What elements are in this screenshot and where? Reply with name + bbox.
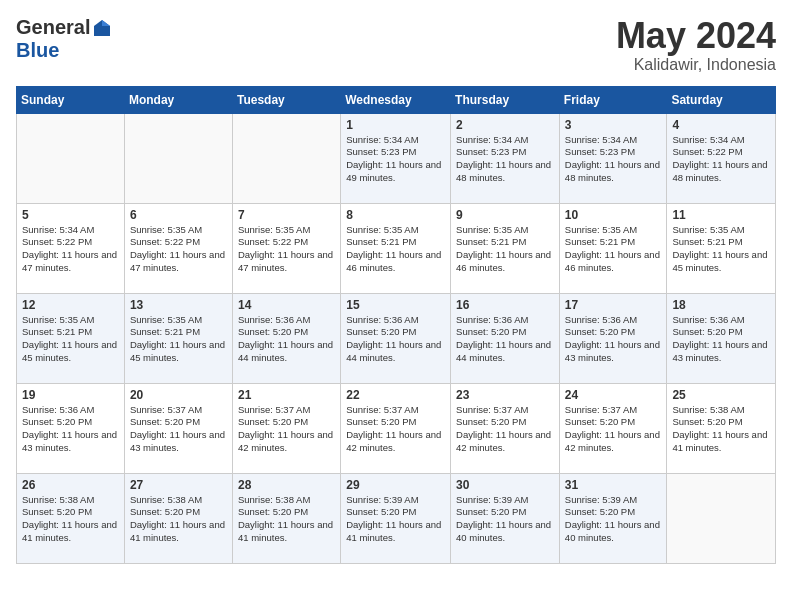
day-cell: 16Sunrise: 5:36 AM Sunset: 5:20 PM Dayli… <box>451 293 560 383</box>
day-number: 28 <box>238 478 335 492</box>
day-cell: 2Sunrise: 5:34 AM Sunset: 5:23 PM Daylig… <box>451 113 560 203</box>
day-cell: 25Sunrise: 5:38 AM Sunset: 5:20 PM Dayli… <box>667 383 776 473</box>
day-info: Sunrise: 5:34 AM Sunset: 5:22 PM Dayligh… <box>22 224 119 275</box>
day-info: Sunrise: 5:38 AM Sunset: 5:20 PM Dayligh… <box>130 494 227 545</box>
day-number: 16 <box>456 298 554 312</box>
day-info: Sunrise: 5:34 AM Sunset: 5:23 PM Dayligh… <box>565 134 662 185</box>
day-cell: 23Sunrise: 5:37 AM Sunset: 5:20 PM Dayli… <box>451 383 560 473</box>
header-wednesday: Wednesday <box>341 86 451 113</box>
day-info: Sunrise: 5:38 AM Sunset: 5:20 PM Dayligh… <box>672 404 770 455</box>
day-cell: 26Sunrise: 5:38 AM Sunset: 5:20 PM Dayli… <box>17 473 125 563</box>
day-number: 17 <box>565 298 662 312</box>
header-sunday: Sunday <box>17 86 125 113</box>
page-header: General Blue May 2024 Kalidawir, Indones… <box>16 16 776 74</box>
day-number: 11 <box>672 208 770 222</box>
day-info: Sunrise: 5:36 AM Sunset: 5:20 PM Dayligh… <box>346 314 445 365</box>
day-cell: 13Sunrise: 5:35 AM Sunset: 5:21 PM Dayli… <box>124 293 232 383</box>
day-number: 29 <box>346 478 445 492</box>
day-cell: 28Sunrise: 5:38 AM Sunset: 5:20 PM Dayli… <box>232 473 340 563</box>
day-cell: 21Sunrise: 5:37 AM Sunset: 5:20 PM Dayli… <box>232 383 340 473</box>
day-info: Sunrise: 5:37 AM Sunset: 5:20 PM Dayligh… <box>238 404 335 455</box>
day-number: 9 <box>456 208 554 222</box>
day-number: 1 <box>346 118 445 132</box>
day-cell <box>232 113 340 203</box>
logo-blue-text: Blue <box>16 39 59 62</box>
day-number: 13 <box>130 298 227 312</box>
week-row-3: 12Sunrise: 5:35 AM Sunset: 5:21 PM Dayli… <box>17 293 776 383</box>
day-number: 7 <box>238 208 335 222</box>
day-cell: 19Sunrise: 5:36 AM Sunset: 5:20 PM Dayli… <box>17 383 125 473</box>
day-info: Sunrise: 5:35 AM Sunset: 5:22 PM Dayligh… <box>130 224 227 275</box>
day-cell: 31Sunrise: 5:39 AM Sunset: 5:20 PM Dayli… <box>559 473 667 563</box>
week-row-1: 1Sunrise: 5:34 AM Sunset: 5:23 PM Daylig… <box>17 113 776 203</box>
day-info: Sunrise: 5:37 AM Sunset: 5:20 PM Dayligh… <box>130 404 227 455</box>
header-friday: Friday <box>559 86 667 113</box>
title-block: May 2024 Kalidawir, Indonesia <box>616 16 776 74</box>
day-cell: 3Sunrise: 5:34 AM Sunset: 5:23 PM Daylig… <box>559 113 667 203</box>
day-info: Sunrise: 5:36 AM Sunset: 5:20 PM Dayligh… <box>672 314 770 365</box>
header-row: Sunday Monday Tuesday Wednesday Thursday… <box>17 86 776 113</box>
day-info: Sunrise: 5:37 AM Sunset: 5:20 PM Dayligh… <box>346 404 445 455</box>
week-row-4: 19Sunrise: 5:36 AM Sunset: 5:20 PM Dayli… <box>17 383 776 473</box>
day-info: Sunrise: 5:39 AM Sunset: 5:20 PM Dayligh… <box>346 494 445 545</box>
day-number: 12 <box>22 298 119 312</box>
day-number: 26 <box>22 478 119 492</box>
week-row-2: 5Sunrise: 5:34 AM Sunset: 5:22 PM Daylig… <box>17 203 776 293</box>
day-cell: 15Sunrise: 5:36 AM Sunset: 5:20 PM Dayli… <box>341 293 451 383</box>
location-subtitle: Kalidawir, Indonesia <box>616 56 776 74</box>
day-cell: 20Sunrise: 5:37 AM Sunset: 5:20 PM Dayli… <box>124 383 232 473</box>
calendar-table: Sunday Monday Tuesday Wednesday Thursday… <box>16 86 776 564</box>
day-cell: 7Sunrise: 5:35 AM Sunset: 5:22 PM Daylig… <box>232 203 340 293</box>
day-cell <box>17 113 125 203</box>
day-number: 19 <box>22 388 119 402</box>
day-number: 25 <box>672 388 770 402</box>
day-cell: 22Sunrise: 5:37 AM Sunset: 5:20 PM Dayli… <box>341 383 451 473</box>
day-cell: 18Sunrise: 5:36 AM Sunset: 5:20 PM Dayli… <box>667 293 776 383</box>
day-number: 21 <box>238 388 335 402</box>
day-info: Sunrise: 5:36 AM Sunset: 5:20 PM Dayligh… <box>565 314 662 365</box>
day-cell: 1Sunrise: 5:34 AM Sunset: 5:23 PM Daylig… <box>341 113 451 203</box>
day-cell: 9Sunrise: 5:35 AM Sunset: 5:21 PM Daylig… <box>451 203 560 293</box>
day-cell: 11Sunrise: 5:35 AM Sunset: 5:21 PM Dayli… <box>667 203 776 293</box>
logo-general-text: General <box>16 16 90 39</box>
day-number: 18 <box>672 298 770 312</box>
day-info: Sunrise: 5:34 AM Sunset: 5:23 PM Dayligh… <box>346 134 445 185</box>
day-cell: 27Sunrise: 5:38 AM Sunset: 5:20 PM Dayli… <box>124 473 232 563</box>
day-info: Sunrise: 5:37 AM Sunset: 5:20 PM Dayligh… <box>565 404 662 455</box>
day-cell: 17Sunrise: 5:36 AM Sunset: 5:20 PM Dayli… <box>559 293 667 383</box>
day-number: 20 <box>130 388 227 402</box>
day-number: 23 <box>456 388 554 402</box>
day-info: Sunrise: 5:34 AM Sunset: 5:22 PM Dayligh… <box>672 134 770 185</box>
logo: General Blue <box>16 16 112 62</box>
day-number: 2 <box>456 118 554 132</box>
day-cell: 12Sunrise: 5:35 AM Sunset: 5:21 PM Dayli… <box>17 293 125 383</box>
header-tuesday: Tuesday <box>232 86 340 113</box>
day-info: Sunrise: 5:38 AM Sunset: 5:20 PM Dayligh… <box>238 494 335 545</box>
week-row-5: 26Sunrise: 5:38 AM Sunset: 5:20 PM Dayli… <box>17 473 776 563</box>
day-info: Sunrise: 5:35 AM Sunset: 5:21 PM Dayligh… <box>456 224 554 275</box>
day-cell <box>124 113 232 203</box>
day-number: 27 <box>130 478 227 492</box>
day-info: Sunrise: 5:37 AM Sunset: 5:20 PM Dayligh… <box>456 404 554 455</box>
header-thursday: Thursday <box>451 86 560 113</box>
day-cell: 8Sunrise: 5:35 AM Sunset: 5:21 PM Daylig… <box>341 203 451 293</box>
day-info: Sunrise: 5:36 AM Sunset: 5:20 PM Dayligh… <box>22 404 119 455</box>
day-cell: 29Sunrise: 5:39 AM Sunset: 5:20 PM Dayli… <box>341 473 451 563</box>
day-info: Sunrise: 5:34 AM Sunset: 5:23 PM Dayligh… <box>456 134 554 185</box>
day-number: 3 <box>565 118 662 132</box>
day-number: 31 <box>565 478 662 492</box>
day-info: Sunrise: 5:35 AM Sunset: 5:21 PM Dayligh… <box>130 314 227 365</box>
day-number: 22 <box>346 388 445 402</box>
day-info: Sunrise: 5:35 AM Sunset: 5:21 PM Dayligh… <box>22 314 119 365</box>
day-info: Sunrise: 5:39 AM Sunset: 5:20 PM Dayligh… <box>565 494 662 545</box>
day-number: 24 <box>565 388 662 402</box>
day-number: 5 <box>22 208 119 222</box>
day-cell: 5Sunrise: 5:34 AM Sunset: 5:22 PM Daylig… <box>17 203 125 293</box>
day-cell: 30Sunrise: 5:39 AM Sunset: 5:20 PM Dayli… <box>451 473 560 563</box>
day-info: Sunrise: 5:36 AM Sunset: 5:20 PM Dayligh… <box>238 314 335 365</box>
day-cell: 10Sunrise: 5:35 AM Sunset: 5:21 PM Dayli… <box>559 203 667 293</box>
day-number: 30 <box>456 478 554 492</box>
day-number: 6 <box>130 208 227 222</box>
day-info: Sunrise: 5:36 AM Sunset: 5:20 PM Dayligh… <box>456 314 554 365</box>
day-number: 14 <box>238 298 335 312</box>
